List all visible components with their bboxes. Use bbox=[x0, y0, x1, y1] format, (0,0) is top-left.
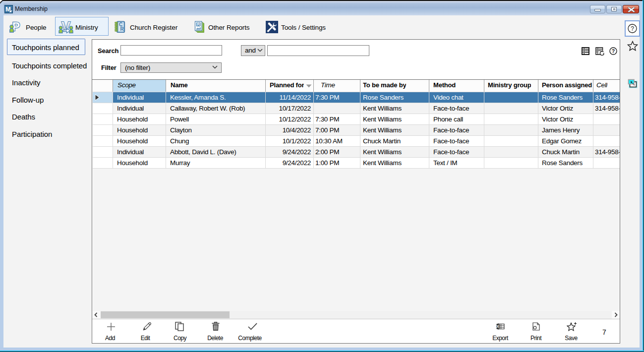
svg-text:X: X bbox=[496, 324, 499, 329]
svg-text:?: ? bbox=[612, 48, 615, 54]
svg-text:?: ? bbox=[631, 25, 634, 32]
svg-text:R: R bbox=[197, 22, 200, 27]
svg-text:R: R bbox=[120, 26, 124, 32]
